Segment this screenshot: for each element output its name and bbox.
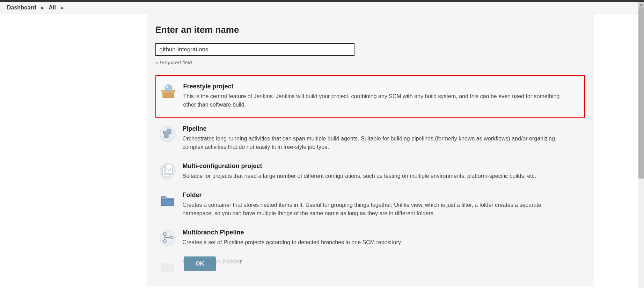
breadcrumb-dashboard[interactable]: Dashboard [7, 5, 36, 11]
item-desc: Orchestrates long-running activities tha… [183, 135, 568, 151]
ok-button-overlay: OK [161, 248, 239, 280]
scroll-up-icon[interactable]: ▲ [638, 2, 644, 7]
ok-button[interactable]: OK [184, 256, 216, 271]
item-desc: Creates a container that stores nested i… [183, 201, 568, 218]
item-text: Folder Creates a container that stores n… [183, 191, 578, 218]
page-title: Enter an item name [155, 24, 585, 35]
item-text: Multibranch Pipeline Creates a set of Pi… [183, 229, 578, 247]
svg-point-2 [165, 85, 172, 92]
breadcrumb: Dashboard ▶ All ▶ [0, 2, 644, 14]
svg-rect-8 [166, 165, 173, 173]
breadcrumb-all[interactable]: All [49, 5, 56, 11]
item-text: Freestyle project This is the central fe… [183, 83, 577, 109]
item-desc: Creates a set of Pipeline projects accor… [183, 238, 568, 247]
required-note: » Required field [155, 59, 585, 65]
item-text: Pipeline Orchestrates long-running activ… [183, 125, 578, 151]
freestyle-icon [160, 83, 177, 100]
multibranch-icon [159, 229, 176, 246]
item-desc: Suitable for projects that need a large … [183, 172, 568, 180]
item-name-input[interactable] [155, 43, 354, 56]
item-title: Multi-configuration project [183, 162, 568, 170]
scrollbar-vertical[interactable]: ▲ [638, 2, 644, 288]
item-title: Multibranch Pipeline [183, 229, 568, 236]
pipeline-icon [159, 125, 176, 143]
item-pipeline[interactable]: Pipeline Orchestrates long-running activ… [155, 119, 585, 157]
folder-icon [159, 191, 176, 209]
svg-rect-0 [163, 93, 174, 98]
chevron-right-icon: ▶ [41, 6, 44, 10]
item-text: Organization Folder [183, 258, 578, 267]
multiconfig-icon [159, 162, 176, 180]
chevron-right-icon: ▶ [61, 6, 64, 10]
item-multiconfig[interactable]: Multi-configuration project Suitable for… [155, 157, 585, 186]
item-desc: This is the central feature of Jenkins. … [183, 92, 567, 109]
item-freestyle-project[interactable]: Freestyle project This is the central fe… [155, 75, 585, 118]
item-title: Pipeline [183, 125, 568, 132]
item-title: Freestyle project [183, 83, 567, 90]
scroll-thumb[interactable] [638, 7, 644, 179]
item-folder[interactable]: Folder Creates a container that stores n… [155, 186, 585, 223]
item-text: Multi-configuration project Suitable for… [183, 162, 578, 180]
content-panel: Enter an item name » Required field Free… [147, 14, 594, 287]
svg-point-3 [166, 86, 168, 88]
main-area: Enter an item name » Required field Free… [0, 14, 644, 287]
item-title: Folder [183, 191, 568, 199]
item-title: Organization Folder [183, 258, 568, 265]
